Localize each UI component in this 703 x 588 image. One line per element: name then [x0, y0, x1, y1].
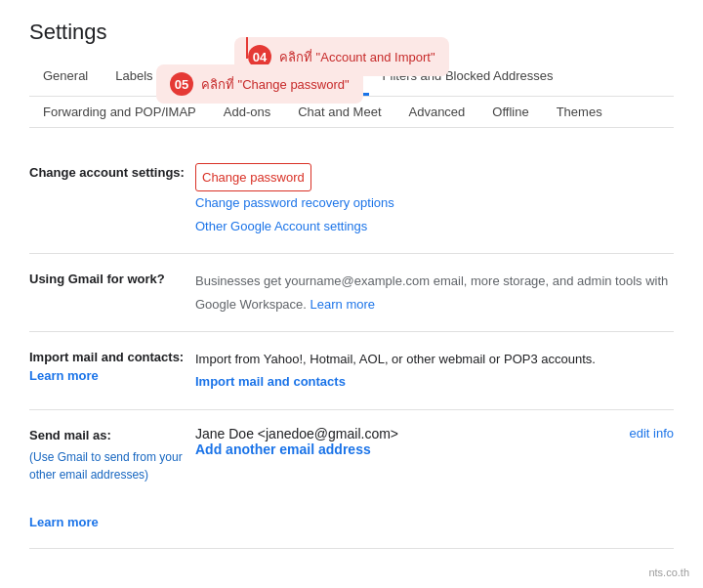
gmail-work-learn-more[interactable]: Learn more	[310, 297, 375, 312]
import-mail-contacts-link[interactable]: Import mail and contacts	[195, 374, 346, 389]
annotation-2-number: 05	[170, 72, 193, 96]
send-mail-label: Send mail as: (Use Gmail to send from yo…	[29, 426, 195, 532]
send-mail-value: Jane Doe <janedoe@gmail.com> edit info A…	[195, 426, 674, 457]
tab-general[interactable]: General	[29, 59, 102, 96]
send-mail-sublabel: (Use Gmail to send from your other email…	[29, 448, 195, 483]
change-password-recovery-link[interactable]: Change password recovery options	[195, 195, 394, 210]
tab-offline[interactable]: Offline	[478, 97, 542, 127]
gmail-work-value: Businesses get yourname@example.com emai…	[195, 270, 674, 315]
email-display: Jane Doe <janedoe@gmail.com>	[195, 426, 398, 441]
send-mail-row: Send mail as: (Use Gmail to send from yo…	[29, 410, 674, 549]
change-account-row: 05 คลิกที่ "Change password" Change acco…	[29, 147, 674, 254]
gmail-work-label: Using Gmail for work?	[29, 270, 195, 289]
import-mail-value: Import from Yahoo!, Hotmail, AOL, or oth…	[195, 348, 674, 394]
annotation-2-text: คลิกที่ "Change password"	[201, 74, 350, 95]
gmail-work-row: Using Gmail for work? Businesses get you…	[29, 254, 674, 332]
add-email-address-link[interactable]: Add another email address	[195, 441, 371, 457]
import-mail-row: Import mail and contacts: Learn more Imp…	[29, 332, 674, 410]
watermark: nts.co.th	[648, 567, 689, 578]
other-google-account-link[interactable]: Other Google Account settings	[195, 219, 367, 233]
settings-content: 05 คลิกที่ "Change password" Change acco…	[29, 128, 674, 549]
annotation-2-bubble: 05 คลิกที่ "Change password"	[156, 64, 363, 104]
tab-themes[interactable]: Themes	[543, 97, 616, 127]
change-account-label: Change account settings:	[29, 163, 195, 183]
send-mail-learn-more[interactable]: Learn more	[29, 513, 99, 532]
tab-advanced[interactable]: Advanced	[395, 97, 479, 127]
import-learn-more-link[interactable]: Learn more	[29, 368, 99, 383]
change-password-link[interactable]: Change password	[195, 163, 311, 191]
change-account-value: Change password Change password recovery…	[195, 163, 674, 237]
edit-info-link[interactable]: edit info	[609, 426, 674, 441]
settings-page: 04 คลิกที่ "Account and Import" Settings…	[0, 0, 703, 568]
import-mail-label: Import mail and contacts: Learn more	[29, 348, 195, 386]
